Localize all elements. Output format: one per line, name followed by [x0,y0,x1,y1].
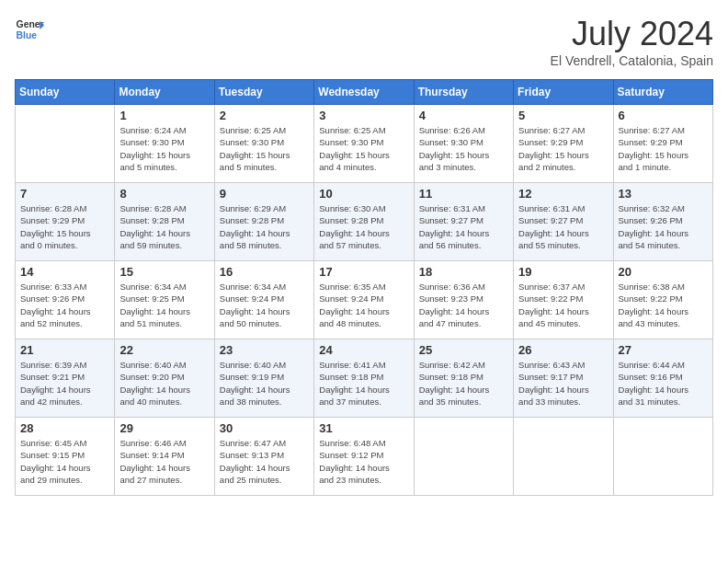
day-number: 17 [319,265,408,279]
cell-content: Sunrise: 6:36 AMSunset: 9:23 PMDaylight:… [419,281,508,329]
day-number: 11 [419,187,508,201]
calendar-cell [414,418,513,496]
cell-content: Sunrise: 6:40 AMSunset: 9:19 PMDaylight:… [220,359,309,408]
cell-content: Sunrise: 6:28 AMSunset: 9:28 PMDaylight:… [119,202,209,251]
day-number: 13 [619,187,708,201]
day-number: 26 [518,343,608,357]
cell-content: Sunrise: 6:44 AMSunset: 9:16 PMDaylight:… [619,359,708,408]
day-number: 21 [20,343,109,357]
calendar-cell: 29Sunrise: 6:46 AMSunset: 9:14 PMDayligh… [115,418,214,496]
day-number: 6 [619,109,708,122]
calendar-cell: 23Sunrise: 6:40 AMSunset: 9:19 PMDayligh… [214,339,313,418]
calendar-week-3: 14Sunrise: 6:33 AMSunset: 9:26 PMDayligh… [16,261,713,339]
day-number: 7 [20,187,109,201]
cell-content: Sunrise: 6:28 AMSunset: 9:29 PMDaylight:… [20,202,109,251]
calendar-week-1: 1Sunrise: 6:24 AMSunset: 9:30 PMDaylight… [16,105,713,183]
cell-content: Sunrise: 6:34 AMSunset: 9:24 PMDaylight:… [220,281,309,329]
day-header-thursday: Thursday [414,80,513,105]
calendar-cell: 30Sunrise: 6:47 AMSunset: 9:13 PMDayligh… [214,418,313,496]
calendar-cell: 7Sunrise: 6:28 AMSunset: 9:29 PMDaylight… [16,183,115,261]
day-number: 23 [220,343,309,357]
calendar-cell: 14Sunrise: 6:33 AMSunset: 9:26 PMDayligh… [16,261,115,339]
logo-icon: General Blue [15,15,44,44]
calendar-cell: 10Sunrise: 6:30 AMSunset: 9:28 PMDayligh… [314,183,414,261]
calendar-cell: 12Sunrise: 6:31 AMSunset: 9:27 PMDayligh… [514,183,613,261]
day-number: 3 [319,109,408,122]
calendar-cell: 27Sunrise: 6:44 AMSunset: 9:16 PMDayligh… [613,339,712,418]
day-number: 20 [619,265,708,279]
day-number: 9 [220,187,309,201]
calendar-cell: 2Sunrise: 6:25 AMSunset: 9:30 PMDaylight… [214,105,313,183]
day-number: 31 [319,421,408,435]
calendar-cell: 18Sunrise: 6:36 AMSunset: 9:23 PMDayligh… [414,261,513,339]
cell-content: Sunrise: 6:33 AMSunset: 9:26 PMDaylight:… [20,281,109,329]
calendar-body: 1Sunrise: 6:24 AMSunset: 9:30 PMDaylight… [16,105,713,496]
day-number: 4 [419,109,508,122]
calendar-header-row: SundayMondayTuesdayWednesdayThursdayFrid… [16,80,713,105]
day-number: 19 [518,265,608,279]
day-header-monday: Monday [115,80,214,105]
calendar-week-4: 21Sunrise: 6:39 AMSunset: 9:21 PMDayligh… [16,339,713,418]
calendar-cell: 1Sunrise: 6:24 AMSunset: 9:30 PMDaylight… [115,105,214,183]
day-header-sunday: Sunday [16,80,115,105]
calendar-cell: 16Sunrise: 6:34 AMSunset: 9:24 PMDayligh… [214,261,313,339]
cell-content: Sunrise: 6:31 AMSunset: 9:27 PMDaylight:… [419,202,508,251]
cell-content: Sunrise: 6:39 AMSunset: 9:21 PMDaylight:… [20,359,109,408]
calendar-cell: 5Sunrise: 6:27 AMSunset: 9:29 PMDaylight… [514,105,613,183]
day-number: 30 [220,421,309,435]
cell-content: Sunrise: 6:27 AMSunset: 9:29 PMDaylight:… [619,124,708,173]
cell-content: Sunrise: 6:42 AMSunset: 9:18 PMDaylight:… [419,359,508,408]
logo: General Blue [15,15,44,44]
calendar-cell: 25Sunrise: 6:42 AMSunset: 9:18 PMDayligh… [414,339,513,418]
day-number: 22 [119,343,209,357]
day-header-wednesday: Wednesday [314,80,414,105]
svg-text:Blue: Blue [17,30,38,40]
calendar-cell: 24Sunrise: 6:41 AMSunset: 9:18 PMDayligh… [314,339,414,418]
cell-content: Sunrise: 6:27 AMSunset: 9:29 PMDaylight:… [518,124,608,173]
calendar-cell: 31Sunrise: 6:48 AMSunset: 9:12 PMDayligh… [314,418,414,496]
calendar-cell: 15Sunrise: 6:34 AMSunset: 9:25 PMDayligh… [115,261,214,339]
calendar-cell: 4Sunrise: 6:26 AMSunset: 9:30 PMDaylight… [414,105,513,183]
cell-content: Sunrise: 6:31 AMSunset: 9:27 PMDaylight:… [518,202,608,251]
calendar-cell: 19Sunrise: 6:37 AMSunset: 9:22 PMDayligh… [514,261,613,339]
cell-content: Sunrise: 6:46 AMSunset: 9:14 PMDaylight:… [119,437,209,486]
day-number: 25 [419,343,508,357]
day-number: 28 [20,421,109,435]
cell-content: Sunrise: 6:43 AMSunset: 9:17 PMDaylight:… [518,359,608,408]
cell-content: Sunrise: 6:30 AMSunset: 9:28 PMDaylight:… [319,202,408,251]
calendar-cell [514,418,613,496]
calendar-cell: 3Sunrise: 6:25 AMSunset: 9:30 PMDaylight… [314,105,414,183]
calendar-week-2: 7Sunrise: 6:28 AMSunset: 9:29 PMDaylight… [16,183,713,261]
calendar-cell: 28Sunrise: 6:45 AMSunset: 9:15 PMDayligh… [16,418,115,496]
day-number: 24 [319,343,408,357]
calendar-cell: 22Sunrise: 6:40 AMSunset: 9:20 PMDayligh… [115,339,214,418]
cell-content: Sunrise: 6:24 AMSunset: 9:30 PMDaylight:… [119,124,209,173]
calendar-cell: 9Sunrise: 6:29 AMSunset: 9:28 PMDaylight… [214,183,313,261]
cell-content: Sunrise: 6:47 AMSunset: 9:13 PMDaylight:… [220,437,309,486]
calendar-table: SundayMondayTuesdayWednesdayThursdayFrid… [15,79,713,496]
day-number: 1 [119,109,209,122]
cell-content: Sunrise: 6:35 AMSunset: 9:24 PMDaylight:… [319,281,408,329]
calendar-cell: 11Sunrise: 6:31 AMSunset: 9:27 PMDayligh… [414,183,513,261]
cell-content: Sunrise: 6:48 AMSunset: 9:12 PMDaylight:… [319,437,408,486]
calendar-cell: 17Sunrise: 6:35 AMSunset: 9:24 PMDayligh… [314,261,414,339]
day-number: 27 [619,343,708,357]
day-number: 15 [119,265,209,279]
day-number: 29 [119,421,209,435]
cell-content: Sunrise: 6:40 AMSunset: 9:20 PMDaylight:… [119,359,209,408]
day-number: 16 [220,265,309,279]
cell-content: Sunrise: 6:25 AMSunset: 9:30 PMDaylight:… [319,124,408,173]
calendar-cell: 13Sunrise: 6:32 AMSunset: 9:26 PMDayligh… [613,183,712,261]
cell-content: Sunrise: 6:25 AMSunset: 9:30 PMDaylight:… [220,124,309,173]
page-header: General Blue July 2024 El Vendrell, Cata… [15,15,713,68]
day-number: 5 [518,109,608,122]
calendar-cell: 21Sunrise: 6:39 AMSunset: 9:21 PMDayligh… [16,339,115,418]
cell-content: Sunrise: 6:34 AMSunset: 9:25 PMDaylight:… [119,281,209,329]
month-year: July 2024 [551,15,713,53]
day-number: 14 [20,265,109,279]
day-number: 8 [119,187,209,201]
calendar-cell [16,105,115,183]
cell-content: Sunrise: 6:29 AMSunset: 9:28 PMDaylight:… [220,202,309,251]
calendar-cell: 20Sunrise: 6:38 AMSunset: 9:22 PMDayligh… [613,261,712,339]
cell-content: Sunrise: 6:32 AMSunset: 9:26 PMDaylight:… [619,202,708,251]
